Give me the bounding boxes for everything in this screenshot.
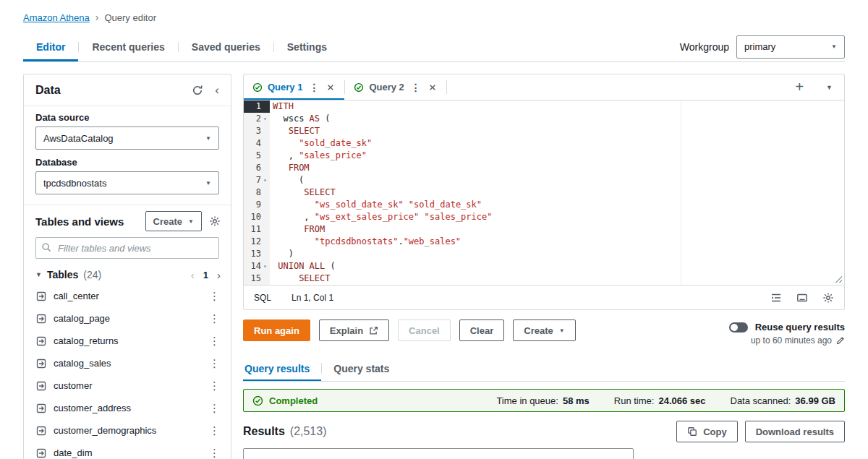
query-tab-menu-icon[interactable]: ⋮	[307, 82, 320, 93]
code-line[interactable]: 1WITH	[244, 100, 844, 113]
cancel-button[interactable]: Cancel	[398, 319, 451, 341]
table-actions-menu-icon[interactable]: ⋮	[207, 402, 222, 415]
table-actions-menu-icon[interactable]: ⋮	[207, 424, 222, 437]
tab-settings[interactable]: Settings	[274, 32, 340, 61]
table-name[interactable]: catalog_page	[54, 313, 110, 324]
expand-table-icon[interactable]	[35, 380, 47, 392]
code-text: SELECT	[270, 273, 330, 285]
next-page-icon[interactable]: ›	[217, 269, 221, 281]
tab-query-results[interactable]: Query results	[243, 356, 321, 381]
table-actions-menu-icon[interactable]: ⋮	[207, 447, 222, 459]
table-row[interactable]: customer_demographics⋮	[24, 419, 231, 442]
expand-table-icon[interactable]	[35, 291, 47, 302]
filter-tables-input[interactable]	[35, 237, 219, 259]
tab-editor[interactable]: Editor	[23, 32, 78, 61]
table-row[interactable]: call_center⋮	[24, 285, 231, 307]
query-tab-label: Query 2	[369, 82, 404, 93]
line-number: 8	[244, 186, 270, 199]
create-dropdown-label: Create	[524, 325, 553, 336]
table-row[interactable]: catalog_returns⋮	[24, 330, 231, 352]
code-line[interactable]: 7▾ (	[244, 174, 844, 186]
query-tab-2[interactable]: Query 2 ⋮	[345, 74, 446, 100]
table-row[interactable]: date_dim⋮	[24, 442, 231, 459]
tab-recent-queries[interactable]: Recent queries	[79, 32, 177, 61]
expand-table-icon[interactable]	[35, 313, 47, 325]
editor-settings-gear-icon[interactable]	[822, 292, 834, 304]
expand-table-icon[interactable]	[35, 335, 47, 347]
table-name[interactable]: customer_demographics	[54, 425, 156, 436]
fold-icon[interactable]: ▾	[261, 113, 269, 125]
database-select[interactable]: tpcdsdbnostats ▼	[35, 171, 219, 194]
close-tab-icon[interactable]	[326, 84, 336, 91]
edit-pencil-icon[interactable]	[836, 336, 845, 345]
table-row[interactable]: customer⋮	[24, 374, 231, 397]
table-name[interactable]: customer	[54, 380, 92, 391]
line-number: 11	[244, 223, 270, 236]
code-line[interactable]: 10 , "ws_ext_sales_price" "sales_price"	[244, 211, 844, 223]
fold-icon[interactable]: ▾	[261, 174, 269, 186]
table-row[interactable]: catalog_sales⋮	[24, 352, 231, 374]
code-line[interactable]: 14▾ UNION ALL (	[244, 260, 844, 273]
tables-expander-icon[interactable]: ▼	[35, 271, 42, 278]
reuse-results-toggle[interactable]	[729, 322, 748, 333]
code-line[interactable]: 9 "ws_sold_date_sk" "sold_date_sk"	[244, 199, 844, 211]
copy-button[interactable]: Copy	[676, 421, 738, 442]
explain-button[interactable]: Explain	[319, 319, 389, 341]
fold-icon[interactable]: ▾	[261, 260, 269, 273]
expand-table-icon[interactable]	[35, 425, 47, 437]
table-row[interactable]: catalog_page⋮	[24, 307, 231, 330]
previous-page-icon[interactable]: ‹	[191, 269, 195, 281]
table-name[interactable]: catalog_sales	[54, 358, 111, 369]
code-line[interactable]: 8 SELECT	[244, 186, 844, 199]
query-tab-1[interactable]: Query 1 ⋮	[244, 74, 344, 100]
query-tab-menu-icon[interactable]: ⋮	[409, 82, 422, 93]
refresh-icon[interactable]	[192, 85, 203, 96]
code-line[interactable]: 12 "tpcdsdbnostats"."web_sales"	[244, 236, 844, 248]
table-name[interactable]: customer_address	[54, 403, 131, 413]
table-name[interactable]: call_center	[54, 291, 99, 301]
gear-icon[interactable]	[209, 215, 221, 227]
code-line[interactable]: 2▾ wscs AS (	[244, 113, 844, 125]
table-actions-menu-icon[interactable]: ⋮	[207, 312, 222, 325]
expand-table-icon[interactable]	[35, 403, 47, 414]
code-line[interactable]: 6 FROM	[244, 162, 844, 174]
table-actions-menu-icon[interactable]: ⋮	[207, 290, 222, 303]
clear-button[interactable]: Clear	[459, 319, 505, 341]
download-results-button[interactable]: Download results	[745, 421, 845, 442]
create-dropdown-button[interactable]: Create ▼	[513, 319, 575, 341]
keyboard-shortcuts-icon[interactable]	[796, 292, 808, 304]
run-again-button[interactable]: Run again	[243, 319, 310, 341]
results-filter-input[interactable]	[243, 448, 634, 459]
workgroup-select[interactable]: primary ▼	[736, 35, 845, 59]
code-text: "tpcdsdbnostats"."web_sales"	[270, 236, 461, 248]
code-line[interactable]: 11 FROM	[244, 223, 844, 236]
table-actions-menu-icon[interactable]: ⋮	[207, 357, 222, 370]
collapse-panel-icon[interactable]: ‹	[215, 83, 219, 98]
code-line[interactable]: 5 , "sales_price"	[244, 150, 844, 162]
table-actions-menu-icon[interactable]: ⋮	[207, 335, 222, 348]
reuse-query-results: Reuse query results up to 60 minutes ago	[729, 319, 845, 346]
code-line[interactable]: 15 SELECT	[244, 273, 844, 285]
tab-overflow-icon[interactable]: ▼	[814, 84, 844, 91]
sql-editor[interactable]: 1WITH2▾ wscs AS (3 SELECT4 "sold_date_sk…	[244, 100, 844, 285]
format-query-icon[interactable]	[770, 292, 782, 304]
table-actions-menu-icon[interactable]: ⋮	[207, 379, 222, 392]
tab-divider	[446, 80, 447, 94]
tab-query-stats[interactable]: Query stats	[322, 356, 401, 381]
code-line[interactable]: 3 SELECT	[244, 125, 844, 137]
code-line[interactable]: 4 "sold_date_sk"	[244, 137, 844, 150]
expand-table-icon[interactable]	[35, 358, 47, 369]
tables-count: (24)	[83, 269, 101, 280]
create-button[interactable]: Create ▼	[145, 211, 202, 231]
table-name[interactable]: catalog_returns	[54, 335, 119, 346]
new-query-tab-icon[interactable]: +	[785, 79, 814, 95]
tab-saved-queries[interactable]: Saved queries	[179, 32, 273, 61]
expand-table-icon[interactable]	[35, 447, 47, 459]
breadcrumb-home-link[interactable]: Amazon Athena	[23, 12, 90, 23]
page-number[interactable]: 1	[203, 270, 208, 280]
data-source-select[interactable]: AwsDataCatalog ▼	[35, 126, 219, 150]
table-row[interactable]: customer_address⋮	[24, 397, 231, 419]
close-tab-icon[interactable]	[427, 84, 438, 91]
table-name[interactable]: date_dim	[54, 447, 92, 458]
code-line[interactable]: 13 )	[244, 248, 844, 260]
